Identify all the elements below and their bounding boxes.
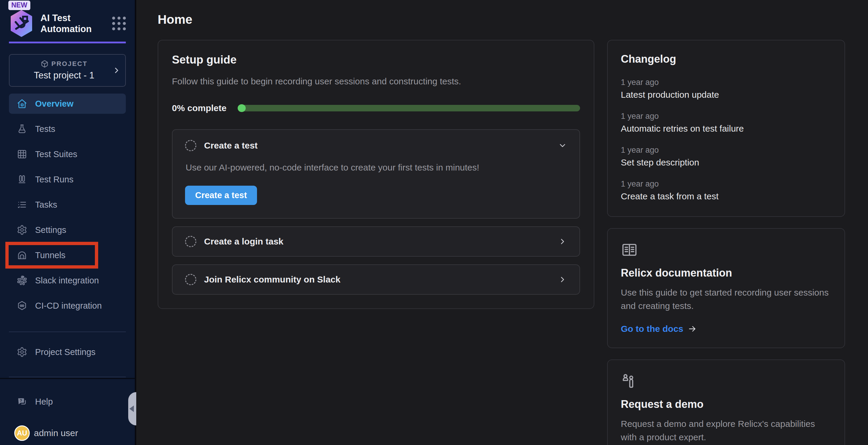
sidebar-item-cicd-integration[interactable]: CI-CD integration [9, 296, 126, 316]
chevron-left-icon [129, 406, 134, 412]
sidebar-collapse-handle[interactable] [128, 392, 136, 425]
changelog-entry: 1 year ago Set step description [621, 145, 831, 168]
request-demo-description: Request a demo and explore Relicx's capa… [621, 417, 831, 444]
page-title: Home [158, 12, 846, 27]
sidebar-item-label: CI-CD integration [35, 301, 102, 311]
people-icon [621, 373, 831, 390]
help-chat-icon: ? [17, 396, 27, 407]
main-content: Home Setup guide Follow this guide to be… [136, 0, 868, 445]
apps-grid-icon[interactable] [112, 16, 126, 30]
chevron-right-icon [558, 275, 567, 284]
columns-icon [17, 174, 27, 185]
documentation-title: Relicx documentation [621, 267, 831, 279]
help-button[interactable]: ? Help [9, 391, 126, 412]
documentation-description: Use this guide to get started recording … [621, 286, 831, 312]
help-label: Help [35, 397, 53, 407]
grid-icon [17, 149, 27, 160]
home-icon [17, 98, 27, 109]
svg-text:?: ? [20, 398, 22, 403]
project-selector[interactable]: PROJECT Test project - 1 [9, 54, 126, 87]
flask-icon [17, 124, 27, 134]
gear-icon [17, 225, 27, 235]
setup-step-login-task[interactable]: Create a login task [172, 226, 580, 256]
sidebar-item-settings[interactable]: Settings [9, 220, 126, 240]
sidebar-item-label: Slack integration [35, 276, 99, 285]
incomplete-step-icon [185, 236, 196, 247]
sidebar-item-label: Tests [35, 124, 55, 134]
right-column: Changelog 1 year ago Latest production u… [607, 40, 845, 445]
sidebar-bottom-section: ? Help AU admin user [0, 378, 135, 445]
changelog-title: Changelog [621, 53, 831, 65]
list-icon [17, 199, 27, 210]
sidebar-item-label: Test Suites [35, 149, 78, 159]
tunnel-icon [17, 250, 27, 261]
brand-logo-icon [9, 10, 34, 37]
new-badge: NEW [8, 1, 30, 10]
progress-knob [238, 104, 246, 112]
setup-guide-card: Setup guide Follow this guide to begin r… [158, 40, 594, 309]
changelog-card: Changelog 1 year ago Latest production u… [607, 40, 845, 217]
request-demo-title: Request a demo [621, 398, 831, 411]
incomplete-step-icon [185, 140, 196, 151]
arrow-right-icon [687, 324, 697, 334]
sidebar-item-overview[interactable]: Overview [9, 94, 126, 114]
sidebar-item-label: Tunnels [35, 250, 65, 260]
setup-step-description: Use our AI-powered, no-code interface to… [186, 163, 567, 173]
progress-bar [238, 105, 580, 111]
slack-icon [17, 275, 27, 286]
changelog-entry: 1 year ago Automatic retries on test fai… [621, 112, 831, 134]
setup-progress: 0% complete [172, 103, 580, 113]
setup-guide-title: Setup guide [172, 54, 580, 66]
progress-label: 0% complete [172, 103, 226, 113]
setup-step-slack-community[interactable]: Join Relicx community on Slack [172, 264, 580, 295]
changelog-entry: 1 year ago Latest production update [621, 78, 831, 100]
sidebar-divider [9, 332, 126, 332]
avatar: AU [14, 425, 30, 441]
sidebar-item-label: Project Settings [35, 347, 95, 357]
setup-step-header[interactable]: Create a test [185, 140, 567, 151]
cube-icon [41, 60, 49, 68]
sidebar-item-test-runs[interactable]: Test Runs [9, 169, 126, 190]
chevron-right-icon [112, 66, 121, 75]
documentation-card: Relicx documentation Use this guide to g… [607, 228, 845, 348]
sidebar-item-label: Settings [35, 225, 66, 235]
sidebar-divider [9, 377, 126, 377]
sidebar-item-label: Tasks [35, 200, 57, 210]
incomplete-step-icon [185, 274, 196, 285]
create-test-button[interactable]: Create a test [185, 186, 257, 205]
brand-name: AI Test Automation [40, 12, 91, 34]
changelog-entry: 1 year ago Create a task from a test [621, 179, 831, 201]
sidebar: NEW AI Test Automation [0, 0, 136, 445]
brand-accent-divider [9, 42, 126, 43]
setup-step-create-test: Create a test Use our AI-powered, no-cod… [172, 129, 580, 219]
project-label: PROJECT [52, 60, 88, 68]
docs-book-icon [621, 241, 831, 259]
sidebar-item-tasks[interactable]: Tasks [9, 195, 126, 215]
go-to-docs-link[interactable]: Go to the docs [621, 324, 683, 334]
project-name: Test project - 1 [17, 70, 112, 81]
sidebar-item-label: Overview [35, 99, 73, 109]
gear-icon [17, 347, 27, 357]
sidebar-item-slack-integration[interactable]: Slack integration [9, 270, 126, 290]
sidebar-item-tunnels[interactable]: Tunnels [9, 245, 126, 265]
user-menu[interactable]: AU admin user [14, 425, 126, 445]
setup-guide-description: Follow this guide to begin recording use… [172, 76, 580, 87]
sidebar-item-project-settings[interactable]: Project Settings [9, 342, 126, 362]
chevron-down-icon[interactable] [558, 141, 567, 150]
chevron-right-icon [558, 237, 567, 246]
sidebar-nav: Overview Tests Test Suites [0, 94, 135, 321]
sidebar-item-test-suites[interactable]: Test Suites [9, 144, 126, 164]
user-name: admin user [34, 428, 78, 438]
cicd-icon [17, 300, 27, 311]
request-demo-card: Request a demo Request a demo and explor… [607, 360, 845, 445]
sidebar-item-label: Test Runs [35, 175, 73, 184]
sidebar-item-tests[interactable]: Tests [9, 119, 126, 139]
